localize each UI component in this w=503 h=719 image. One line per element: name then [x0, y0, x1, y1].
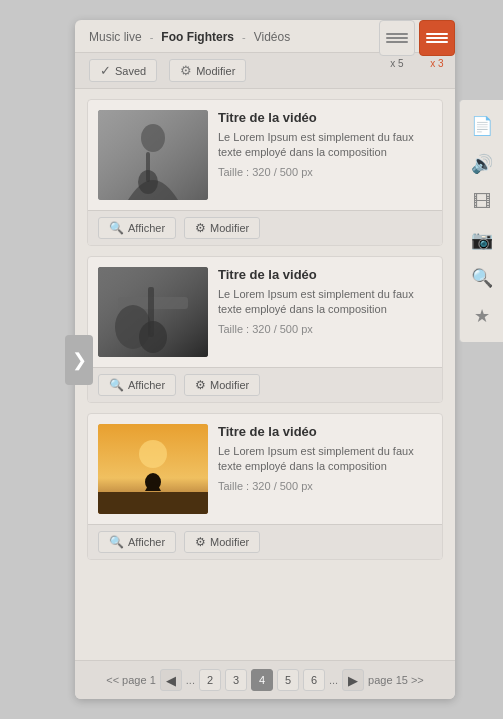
saved-label: Saved: [115, 65, 146, 77]
nav-music-live[interactable]: Music live: [89, 30, 142, 44]
video-card-3: Titre de la vidéo Le Lorem Ipsum est sim…: [87, 413, 443, 560]
modifier-button-2[interactable]: ⚙ Modifier: [184, 374, 260, 396]
video-card-3-bottom: 🔍 Afficher ⚙ Modifier: [88, 524, 442, 559]
gear-icon-top: ⚙: [180, 63, 192, 78]
saved-button[interactable]: ✓ Saved: [89, 59, 157, 82]
right-sidebar: 📄 🔊 🎞 📷 🔍 ★: [459, 100, 503, 342]
page-6[interactable]: 6: [303, 669, 325, 691]
video-card-2: Titre de la vidéo Le Lorem Ipsum est sim…: [87, 256, 443, 403]
search-icon-3: 🔍: [109, 535, 124, 549]
nav-videos[interactable]: Vidéos: [254, 30, 290, 44]
svg-point-10: [139, 321, 167, 353]
sidebar-star-icon[interactable]: ★: [464, 298, 500, 334]
modifier-button-3[interactable]: ⚙ Modifier: [184, 531, 260, 553]
search-icon-1: 🔍: [109, 221, 124, 235]
video-card-1-bottom: 🔍 Afficher ⚙ Modifier: [88, 210, 442, 245]
video-desc-1: Le Lorem Ipsum est simplement du faux te…: [218, 130, 432, 161]
page-5[interactable]: 5: [277, 669, 299, 691]
modifier-label-1: Modifier: [210, 222, 249, 234]
video-card-1: Titre de la vidéo Le Lorem Ipsum est sim…: [87, 99, 443, 246]
video-thumb-1: [98, 110, 208, 200]
svg-point-4: [138, 170, 158, 194]
modifier-button-1[interactable]: ⚙ Modifier: [184, 217, 260, 239]
list-icons-container: x 5 x 3: [379, 20, 455, 69]
prev-page-label: << page 1: [106, 674, 156, 686]
video-title-3: Titre de la vidéo: [218, 424, 432, 439]
video-info-3: Titre de la vidéo Le Lorem Ipsum est sim…: [218, 424, 432, 514]
main-panel: Music live - Foo Fighters - Vidéos ✓ Sav…: [75, 20, 455, 699]
video-card-2-top: Titre de la vidéo Le Lorem Ipsum est sim…: [88, 257, 442, 367]
sidebar-search-icon[interactable]: 🔍: [464, 260, 500, 296]
thumb-svg-3: [98, 424, 208, 514]
line-a: [426, 33, 448, 35]
next-page-label: page 15 >>: [368, 674, 424, 686]
list-icon-2-count: x 3: [430, 58, 443, 69]
afficher-label-3: Afficher: [128, 536, 165, 548]
video-title-2: Titre de la vidéo: [218, 267, 432, 282]
page-2[interactable]: 2: [199, 669, 221, 691]
check-icon: ✓: [100, 63, 111, 78]
video-list: Titre de la vidéo Le Lorem Ipsum est sim…: [75, 89, 455, 660]
pagination-bar: << page 1 ◀ ... 2 3 4 5 6 ... ▶ page 15 …: [75, 660, 455, 699]
thumb-svg-1: [98, 110, 208, 200]
video-card-1-top: Titre de la vidéo Le Lorem Ipsum est sim…: [88, 100, 442, 210]
gear-icon-3: ⚙: [195, 535, 206, 549]
video-card-2-bottom: 🔍 Afficher ⚙ Modifier: [88, 367, 442, 402]
video-size-2: Taille : 320 / 500 px: [218, 323, 432, 335]
afficher-button-3[interactable]: 🔍 Afficher: [98, 531, 176, 553]
video-desc-2: Le Lorem Ipsum est simplement du faux te…: [218, 287, 432, 318]
sidebar-document-icon[interactable]: 📄: [464, 108, 500, 144]
video-thumb-2: [98, 267, 208, 357]
thumb-svg-2: [98, 267, 208, 357]
afficher-button-1[interactable]: 🔍 Afficher: [98, 217, 176, 239]
line-c: [426, 41, 448, 43]
svg-rect-12: [98, 492, 208, 514]
video-title-1: Titre de la vidéo: [218, 110, 432, 125]
afficher-button-2[interactable]: 🔍 Afficher: [98, 374, 176, 396]
line-1: [386, 33, 408, 35]
line-b: [426, 37, 448, 39]
sidebar-video-icon[interactable]: 🎞: [464, 184, 500, 220]
video-info-1: Titre de la vidéo Le Lorem Ipsum est sim…: [218, 110, 432, 200]
nav-sep-1: -: [150, 31, 154, 43]
page-4[interactable]: 4: [251, 669, 273, 691]
svg-point-14: [139, 440, 167, 468]
ellipsis-right: ...: [329, 674, 338, 686]
video-desc-3: Le Lorem Ipsum est simplement du faux te…: [218, 444, 432, 475]
list-icon-2[interactable]: [419, 20, 455, 56]
search-icon-2: 🔍: [109, 378, 124, 392]
sidebar-speaker-icon[interactable]: 🔊: [464, 146, 500, 182]
modifier-button-top[interactable]: ⚙ Modifier: [169, 59, 246, 82]
nav-foo-fighters[interactable]: Foo Fighters: [161, 30, 234, 44]
afficher-label-2: Afficher: [128, 379, 165, 391]
modifier-label-3: Modifier: [210, 536, 249, 548]
line-3: [386, 41, 408, 43]
ellipsis-left: ...: [186, 674, 195, 686]
nav-sep-2: -: [242, 31, 246, 43]
sidebar-camera-icon[interactable]: 📷: [464, 222, 500, 258]
chevron-right-icon: ❯: [72, 349, 87, 371]
prev-arrow[interactable]: ◀: [160, 669, 182, 691]
video-size-1: Taille : 320 / 500 px: [218, 166, 432, 178]
next-arrow[interactable]: ▶: [342, 669, 364, 691]
modifier-label-2: Modifier: [210, 379, 249, 391]
left-arrow-button[interactable]: ❯: [65, 335, 93, 385]
list-icon-1-count: x 5: [390, 58, 403, 69]
video-size-3: Taille : 320 / 500 px: [218, 480, 432, 492]
svg-point-2: [141, 124, 165, 152]
afficher-label-1: Afficher: [128, 222, 165, 234]
video-info-2: Titre de la vidéo Le Lorem Ipsum est sim…: [218, 267, 432, 357]
gear-icon-1: ⚙: [195, 221, 206, 235]
page-3[interactable]: 3: [225, 669, 247, 691]
modifier-label-top: Modifier: [196, 65, 235, 77]
line-2: [386, 37, 408, 39]
list-icon-1[interactable]: [379, 20, 415, 56]
video-thumb-3: [98, 424, 208, 514]
video-card-3-top: Titre de la vidéo Le Lorem Ipsum est sim…: [88, 414, 442, 524]
gear-icon-2: ⚙: [195, 378, 206, 392]
